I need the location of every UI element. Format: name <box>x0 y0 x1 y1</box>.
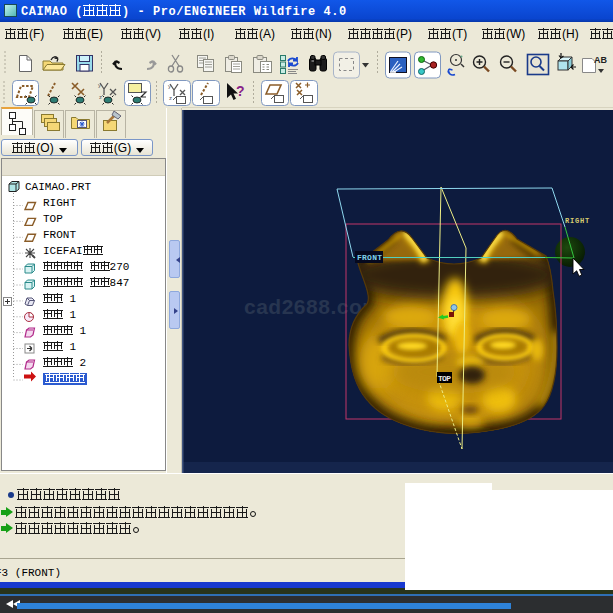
svg-text:AB: AB <box>594 55 607 65</box>
svg-text:y: y <box>98 82 101 88</box>
svg-text:y: y <box>168 83 171 89</box>
svg-text:z: z <box>99 94 102 100</box>
svg-text:TOP: TOP <box>438 374 451 383</box>
svg-text:FRONT: FRONT <box>357 253 382 262</box>
svg-text:?: ? <box>236 83 245 99</box>
svg-text:z: z <box>169 95 172 101</box>
svg-text:RIGHT: RIGHT <box>565 217 590 225</box>
